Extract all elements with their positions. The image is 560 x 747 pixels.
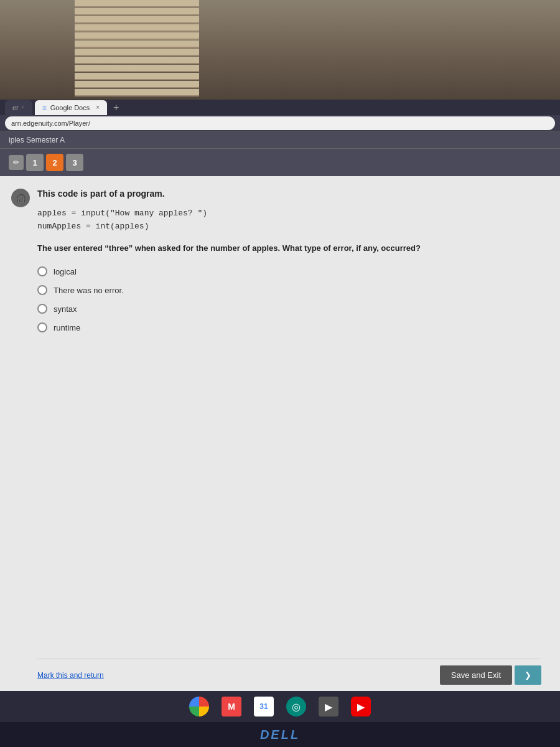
taskbar-calendar-icon[interactable]: 31 bbox=[254, 697, 274, 716]
option-no-error[interactable]: There was no error. bbox=[37, 285, 541, 295]
radio-syntax[interactable] bbox=[37, 304, 47, 314]
audio-icon[interactable]: 🎧 bbox=[11, 189, 30, 207]
pill-2[interactable]: 2 bbox=[46, 154, 63, 171]
radio-runtime[interactable] bbox=[37, 322, 47, 332]
options-list: logical There was no error. syntax bbox=[37, 266, 541, 332]
tab-inactive-label: er bbox=[12, 104, 19, 111]
radio-logical[interactable] bbox=[37, 266, 47, 276]
tab-active-label: Google Docs bbox=[50, 104, 90, 111]
content-area: iples Semester A ✏ 1 2 3 🎧 This code is … bbox=[0, 132, 560, 697]
dell-logo: DELL bbox=[260, 728, 300, 742]
bottom-bar: DELL bbox=[0, 722, 560, 747]
tab-active-close[interactable]: × bbox=[96, 104, 100, 111]
footer-row: Mark this and return Save and Exit ❯ bbox=[37, 659, 541, 691]
tab-inactive[interactable]: er × bbox=[5, 100, 32, 115]
course-header: iples Semester A bbox=[0, 132, 560, 149]
mark-return-link[interactable]: Mark this and return bbox=[37, 671, 104, 680]
browser-chrome: er × ≡ Google Docs × + arn.edgenuity.com… bbox=[0, 100, 560, 132]
footer-buttons: Save and Exit ❯ bbox=[440, 665, 541, 685]
code-line-1: apples = input("How many apples? ") bbox=[37, 207, 541, 220]
option-logical[interactable]: logical bbox=[37, 266, 541, 276]
option-logical-label: logical bbox=[54, 267, 77, 276]
option-syntax-label: syntax bbox=[54, 304, 77, 314]
next-button[interactable]: ❯ bbox=[515, 665, 541, 685]
taskbar-gmail-icon[interactable]: M bbox=[222, 697, 241, 716]
question-title: This code is part of a program. bbox=[37, 189, 541, 199]
edit-icon[interactable]: ✏ bbox=[9, 155, 24, 170]
address-bar[interactable]: arn.edgenuity.com/Player/ bbox=[5, 116, 555, 130]
taskbar-chrome-icon[interactable] bbox=[189, 697, 209, 716]
new-tab-button[interactable]: + bbox=[110, 102, 123, 113]
url-text: arn.edgenuity.com/Player/ bbox=[11, 120, 90, 127]
question-panel: 🎧 This code is part of a program. apples… bbox=[0, 176, 560, 697]
taskbar-meet-icon[interactable]: ◎ bbox=[286, 697, 306, 716]
window-blinds bbox=[75, 0, 199, 112]
laptop-frame: er × ≡ Google Docs × + arn.edgenuity.com… bbox=[0, 100, 560, 697]
tab-bar: er × ≡ Google Docs × + bbox=[0, 100, 560, 115]
option-runtime[interactable]: runtime bbox=[37, 322, 541, 332]
code-line-2: numApples = int(apples) bbox=[37, 220, 541, 233]
taskbar-youtube-icon[interactable]: ▶ bbox=[351, 697, 371, 716]
tab-active[interactable]: ≡ Google Docs × bbox=[35, 100, 107, 115]
question-text: The user entered “three” when asked for … bbox=[37, 242, 541, 255]
taskbar: M 31 ◎ ▶ ▶ bbox=[0, 691, 560, 722]
option-runtime-label: runtime bbox=[54, 323, 80, 332]
code-block: apples = input("How many apples? ") numA… bbox=[37, 207, 541, 233]
pill-1[interactable]: 1 bbox=[26, 154, 44, 171]
docs-icon: ≡ bbox=[42, 103, 47, 112]
nav-pills: ✏ 1 2 3 bbox=[0, 149, 560, 176]
save-exit-button[interactable]: Save and Exit bbox=[440, 665, 512, 685]
option-no-error-label: There was no error. bbox=[54, 286, 124, 295]
taskbar-play-icon[interactable]: ▶ bbox=[319, 697, 338, 716]
pill-3[interactable]: 3 bbox=[66, 154, 83, 171]
radio-no-error[interactable] bbox=[37, 285, 47, 295]
course-title: iples Semester A bbox=[9, 136, 65, 144]
option-syntax[interactable]: syntax bbox=[37, 304, 541, 314]
tab-inactive-close[interactable]: × bbox=[21, 104, 25, 111]
